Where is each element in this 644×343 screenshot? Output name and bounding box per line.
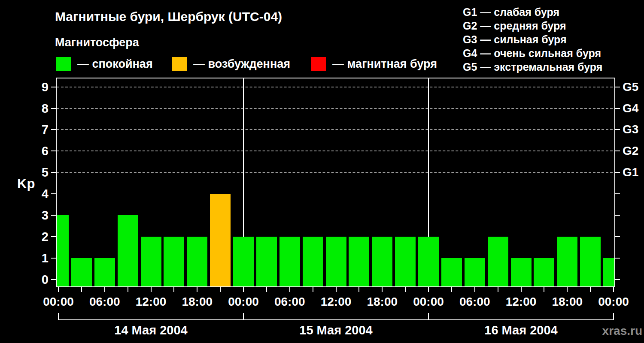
x-tick-label: 00:00 bbox=[593, 296, 634, 308]
day-bracket-riser bbox=[613, 313, 614, 320]
x-tick bbox=[498, 287, 498, 292]
y-tick-left bbox=[51, 129, 56, 130]
legend-label: — возбужденная bbox=[193, 57, 290, 71]
kp-bar bbox=[465, 258, 485, 286]
g-legend-line: G3 — сильная буря bbox=[463, 33, 602, 46]
x-tick bbox=[613, 287, 614, 292]
kp-bar bbox=[56, 215, 69, 286]
x-tick bbox=[104, 287, 105, 292]
x-tick-label: 06:00 bbox=[454, 296, 495, 308]
y-tick-right bbox=[615, 108, 620, 109]
day-bracket-riser bbox=[428, 313, 429, 320]
watermark: xras.ru bbox=[575, 324, 642, 338]
x-tick bbox=[474, 287, 475, 292]
y-tick-right bbox=[615, 193, 620, 194]
x-tick-label: 00:00 bbox=[38, 296, 79, 308]
y-tick-left bbox=[51, 236, 56, 237]
x-tick bbox=[266, 287, 267, 292]
kp-bar bbox=[256, 237, 277, 286]
kp-bar bbox=[118, 215, 138, 286]
x-tick bbox=[428, 287, 429, 292]
x-tick bbox=[81, 287, 82, 292]
y-tick-left bbox=[51, 258, 56, 259]
x-tick bbox=[358, 287, 359, 292]
y-tick-label: 3 bbox=[24, 208, 49, 223]
x-tick-label: 18:00 bbox=[361, 296, 403, 308]
g-scale-label: G3 bbox=[623, 123, 644, 136]
x-tick-label: 00:00 bbox=[223, 296, 264, 308]
legend-label: — спокойная bbox=[77, 57, 153, 71]
day-label: 16 Мая 2004 bbox=[453, 323, 590, 337]
y-tick-label: 2 bbox=[24, 229, 49, 244]
legend-swatch-storm bbox=[311, 57, 326, 71]
x-tick-label: 18:00 bbox=[176, 296, 218, 308]
x-tick bbox=[151, 287, 152, 292]
g-scale-label: G2 bbox=[623, 144, 644, 158]
g-legend-line: G2 — средняя буря bbox=[463, 19, 602, 33]
kp-bar bbox=[233, 237, 254, 286]
x-tick bbox=[289, 287, 290, 292]
chart-subtitle: Магнитосфера bbox=[55, 36, 139, 49]
kp-bar bbox=[580, 237, 601, 286]
x-tick bbox=[197, 287, 197, 292]
x-tick bbox=[243, 287, 244, 292]
kp-bar bbox=[303, 237, 323, 286]
y-tick-left bbox=[51, 150, 56, 151]
x-tick bbox=[58, 287, 59, 292]
y-tick-left bbox=[51, 193, 56, 194]
y-tick-right bbox=[615, 172, 620, 173]
legend-swatch-quiet bbox=[56, 57, 71, 71]
grid-line bbox=[57, 129, 613, 130]
y-tick-right bbox=[615, 150, 620, 151]
kp-bar bbox=[326, 237, 346, 286]
y-tick-right bbox=[615, 129, 620, 130]
x-tick-label: 12:00 bbox=[316, 296, 357, 308]
day-bracket-riser bbox=[58, 313, 59, 320]
kp-bar bbox=[71, 258, 92, 286]
x-tick bbox=[173, 287, 174, 292]
grid-line bbox=[57, 108, 613, 109]
y-tick-label: 9 bbox=[24, 80, 49, 94]
x-tick-label: 12:00 bbox=[131, 296, 172, 308]
x-tick bbox=[220, 287, 221, 292]
grid-line bbox=[57, 172, 613, 173]
g-scale-label: G1 bbox=[623, 165, 644, 179]
kp-bar bbox=[279, 237, 300, 286]
g-scale-legend: G1 — слабая буряG2 — средняя буряG3 — си… bbox=[463, 5, 602, 74]
y-tick-label: 8 bbox=[24, 101, 49, 116]
kp-bar bbox=[94, 258, 115, 286]
legend-item: — спокойная bbox=[56, 57, 153, 71]
x-tick bbox=[590, 287, 591, 292]
x-tick-label: 06:00 bbox=[84, 296, 125, 308]
y-tick-label: 1 bbox=[24, 251, 49, 265]
g-scale-label: G5 bbox=[623, 80, 644, 94]
kp-bar bbox=[372, 237, 392, 286]
g-scale-label: G4 bbox=[623, 102, 644, 115]
kp-bar bbox=[210, 194, 231, 286]
g-legend-line: G5 — экстремальная буря bbox=[463, 60, 602, 74]
day-label: 14 Мая 2004 bbox=[82, 323, 220, 337]
y-tick-left bbox=[51, 215, 56, 216]
day-label: 15 Мая 2004 bbox=[267, 323, 405, 337]
x-tick bbox=[521, 287, 522, 292]
y-tick-left bbox=[51, 87, 56, 87]
kp-bar bbox=[534, 258, 554, 286]
x-tick-label: 06:00 bbox=[269, 296, 310, 308]
legend-swatch-excited bbox=[172, 57, 187, 71]
kp-bar bbox=[349, 237, 369, 286]
kp-bar bbox=[511, 258, 532, 286]
y-tick-label: 7 bbox=[24, 122, 49, 137]
y-tick-label: 5 bbox=[24, 165, 49, 180]
kp-bar bbox=[187, 237, 207, 286]
x-tick-label: 00:00 bbox=[408, 296, 449, 308]
x-tick bbox=[313, 287, 313, 292]
grid-line bbox=[57, 87, 613, 87]
magnetic-storm-chart: Магнитные бури, Шербрук (UTC-04) Магнито… bbox=[0, 0, 644, 343]
x-tick bbox=[382, 287, 383, 292]
y-tick-left bbox=[51, 279, 56, 280]
kp-bar bbox=[488, 237, 508, 286]
kp-bar bbox=[557, 237, 577, 286]
grid-line bbox=[57, 150, 613, 151]
chart-title: Магнитные бури, Шербрук (UTC-04) bbox=[55, 9, 282, 24]
y-tick-right bbox=[615, 87, 620, 87]
